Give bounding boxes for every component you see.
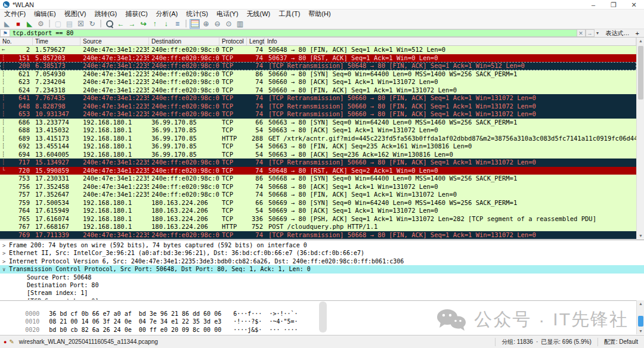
packet-row[interactable]: ┆621 7.054930 240e:47e:34e1:2235:… 240e:…: [0, 70, 636, 79]
scroll-up-icon[interactable]: ▲: [637, 300, 644, 307]
menu-help[interactable]: 帮助(H): [304, 10, 335, 18]
display-filter-input[interactable]: tcp.dstport == 80: [10, 29, 577, 37]
packet-row[interactable]: 767 17.668167 192.168.180.1 180.163.224.…: [0, 223, 636, 231]
goto-packet-icon[interactable]: ↪: [138, 19, 148, 29]
packet-row[interactable]: ┆641 7.767435 240e:47e:34e1:2235:… 240e:…: [0, 94, 636, 102]
menu-analyze[interactable]: 分析(A): [152, 10, 182, 18]
expand-arrow-icon[interactable]: >: [2, 242, 9, 250]
packet-row[interactable]: 756 17.352458 240e:47e:34e1:2235:… 240e:…: [0, 183, 636, 191]
column-header[interactable]: Protocol: [219, 38, 247, 45]
last-packet-icon[interactable]: ↓: [161, 19, 171, 29]
detail-line[interactable]: >Ethernet II, Src: IntelCor_3e:96:21 (a0…: [0, 249, 644, 257]
column-header[interactable]: Info: [265, 38, 636, 45]
expand-arrow-icon[interactable]: >: [2, 250, 9, 257]
add-filter-button[interactable]: +: [634, 29, 644, 37]
close-button[interactable]: ✕: [624, 0, 644, 10]
column-header[interactable]: Length: [247, 38, 265, 45]
menu-go[interactable]: 跳转(G): [90, 10, 121, 18]
packet-row[interactable]: 765 17.616074 192.168.180.1 180.163.224.…: [0, 215, 636, 223]
packet-row[interactable]: ┆648 8.828798 240e:47e:34e1:2235:… 240e:…: [0, 102, 636, 111]
packet-row[interactable]: ┆688 13.415032 192.168.180.1 36.99.170.8…: [0, 126, 636, 135]
filter-dropdown-caret-icon[interactable]: ▾: [595, 29, 601, 37]
detail-line[interactable]: [TCP Segment Len: 0]: [0, 297, 644, 300]
menu-wireless[interactable]: 无线(W): [243, 10, 275, 18]
scroll-down-icon[interactable]: ▼: [637, 232, 644, 239]
apply-filter-icon[interactable]: →: [586, 29, 595, 37]
packet-row[interactable]: 769 17.711339 240e:47e:34e1:2235:… 240e:…: [0, 231, 636, 240]
scrollbar-thumb[interactable]: [638, 46, 643, 100]
packet-row[interactable]: ┆717 15.134927 240e:47e:34e1:2235:… 240e…: [0, 159, 636, 167]
scrollbar-thumb[interactable]: [638, 316, 643, 327]
expert-info-icon[interactable]: ●: [4, 339, 7, 345]
open-file-icon[interactable]: ▢: [53, 19, 63, 29]
packet-row[interactable]: ┆686 13.233774 192.168.180.1 36.99.170.8…: [0, 119, 636, 127]
scroll-up-icon[interactable]: ▲: [637, 38, 644, 44]
menu-view[interactable]: 视图(V): [60, 10, 91, 18]
colorize-icon[interactable]: [190, 19, 200, 29]
toolbar-separator[interactable]: [185, 20, 187, 27]
save-file-icon[interactable]: ▤: [64, 19, 75, 29]
resize-columns-icon[interactable]: ▥: [235, 19, 245, 29]
maximize-button[interactable]: ❐: [603, 0, 624, 10]
menu-capture[interactable]: 捕获(C): [121, 10, 151, 18]
packet-row[interactable]: ┆624 7.234318 240e:47e:34e1:2235:… 240e:…: [0, 86, 636, 95]
detail-line[interactable]: [Stream index: 1]: [0, 289, 644, 297]
detail-line[interactable]: Source Port: 50648: [0, 274, 644, 281]
column-header[interactable]: No.: [0, 38, 33, 45]
forward-icon[interactable]: →: [127, 19, 137, 29]
column-header[interactable]: Source: [80, 38, 149, 45]
reload-icon[interactable]: ↻: [87, 19, 97, 29]
auto-scroll-icon[interactable]: ≡: [172, 19, 182, 29]
restart-capture-icon[interactable]: ◣: [24, 19, 35, 29]
back-icon[interactable]: ←: [116, 19, 126, 29]
detail-line[interactable]: Destination Port: 80: [0, 281, 644, 289]
menu-telephony[interactable]: 电话(Y): [212, 10, 243, 18]
packet-row[interactable]: ┆151 5.857203 240e:47e:34e1:2235:… 240e:…: [0, 54, 636, 63]
capture-options-icon[interactable]: ⚙: [36, 19, 46, 29]
menu-tools[interactable]: 工具(T): [274, 10, 304, 18]
clear-filter-icon[interactable]: ✕: [577, 29, 586, 37]
toolbar-separator[interactable]: [49, 20, 50, 27]
packet-row[interactable]: └720 15.990859 240e:47e:34e1:2235:… 240e…: [0, 167, 636, 175]
menu-edit[interactable]: 编辑(E): [30, 10, 60, 18]
toolbar-separator[interactable]: [100, 20, 101, 27]
bookmark-icon[interactable]: ⚑: [0, 29, 10, 37]
zoom-out-icon[interactable]: ⊖: [212, 19, 222, 29]
zoom-in-icon[interactable]: ⊕: [201, 19, 211, 29]
packet-row[interactable]: ┆623 7.234204 240e:47e:34e1:2235:… 240e:…: [0, 78, 636, 86]
zoom-100-icon[interactable]: ⊙: [224, 19, 234, 29]
close-file-icon[interactable]: ☒: [76, 19, 86, 29]
stop-capture-icon[interactable]: ■: [13, 19, 23, 29]
packet-time: 17.500534: [33, 199, 80, 207]
packet-row[interactable]: ┆694 13.604005 192.168.180.1 36.99.170.8…: [0, 151, 636, 159]
expression-button[interactable]: 表达式…: [601, 29, 634, 37]
hex-pane-scrollbar[interactable]: ▲ ▼: [636, 300, 644, 334]
menu-file[interactable]: 文件(F): [0, 10, 30, 18]
minimize-button[interactable]: –: [583, 0, 603, 10]
first-packet-icon[interactable]: ↑: [150, 19, 160, 29]
packet-row[interactable]: 759 17.500534 192.168.180.1 180.163.224.…: [0, 199, 636, 207]
packet-row[interactable]: ┆200 6.385173 240e:47e:34e1:2235:… 240e:…: [0, 62, 636, 70]
expand-arrow-icon[interactable]: ∨: [2, 266, 9, 274]
edit-comment-icon[interactable]: ✎: [9, 338, 14, 345]
detail-line[interactable]: >Internet Protocol Version 6, Src: 240e:…: [0, 257, 644, 265]
packet-row[interactable]: ←2 1.579627 240e:47e:34e1:2235:… 240e:ff…: [0, 46, 636, 54]
packet-row[interactable]: 764 17.615949 192.168.180.1 180.163.224.…: [0, 207, 636, 215]
detail-line[interactable]: >Frame 200: 74 bytes on wire (592 bits),…: [0, 241, 644, 249]
expand-arrow-icon[interactable]: >: [2, 258, 9, 266]
menu-statistics[interactable]: 统计(S): [182, 10, 212, 18]
packet-list-scrollbar[interactable]: ▲ ▼: [636, 38, 644, 239]
scroll-down-icon[interactable]: ▼: [637, 328, 644, 334]
start-capture-icon[interactable]: ◣: [2, 19, 12, 29]
packet-destination: 240e:ff:e020:98c:0:…: [149, 78, 219, 86]
packet-row[interactable]: ┆692 13.455144 192.168.180.1 36.99.170.8…: [0, 142, 636, 151]
profile-selector[interactable]: 配置: Default: [597, 338, 644, 346]
column-header[interactable]: Time: [33, 38, 80, 45]
packet-row[interactable]: ┆689 13.415173 192.168.180.1 36.99.170.8…: [0, 135, 636, 143]
column-header[interactable]: Destination: [149, 38, 219, 45]
packet-row[interactable]: 757 17.352647 240e:47e:34e1:2235:… 240e:…: [0, 191, 636, 199]
packet-row[interactable]: 753 17.230331 240e:47e:34e1:2235:… 240e:…: [0, 175, 636, 183]
detail-line[interactable]: ∨Transmission Control Protocol, Src Port…: [0, 265, 644, 273]
find-packet-icon[interactable]: [104, 19, 114, 29]
packet-row[interactable]: ┆653 10.931347 240e:47e:34e1:2235:… 240e…: [0, 110, 636, 119]
